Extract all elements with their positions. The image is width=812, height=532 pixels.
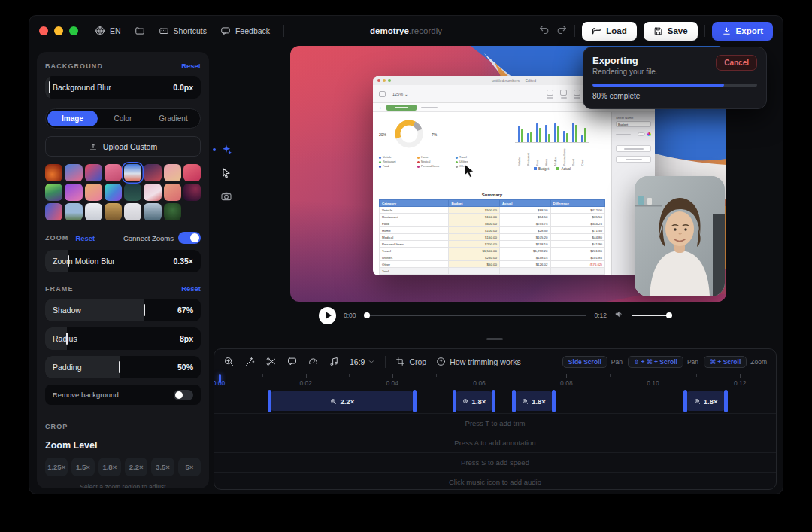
zoom-level-chip[interactable]: 5× xyxy=(178,458,201,476)
background-thumbnail[interactable] xyxy=(124,203,141,220)
zoom-reset-link[interactable]: Reset xyxy=(75,234,95,242)
region-handle-left[interactable] xyxy=(683,390,687,412)
region-handle-left[interactable] xyxy=(453,390,456,412)
background-thumbnail[interactable] xyxy=(105,203,122,220)
background-blur-slider[interactable]: Background Blur0.0px xyxy=(45,76,201,99)
timeline-track[interactable]: Press S to add speed xyxy=(214,452,776,472)
speed-button[interactable] xyxy=(308,356,319,367)
background-thumbnail[interactable] xyxy=(144,203,161,220)
background-thumbnail[interactable] xyxy=(164,203,181,220)
background-tab-image[interactable]: Image xyxy=(47,111,98,126)
upload-custom-button[interactable]: Upload Custom xyxy=(45,136,201,157)
zoom-level-chip[interactable]: 1.5× xyxy=(71,458,94,476)
background-thumbnail[interactable] xyxy=(105,164,122,181)
timeline-playhead[interactable] xyxy=(219,374,221,383)
maximize-window-button[interactable] xyxy=(69,26,78,35)
background-thumbnail[interactable] xyxy=(45,203,62,220)
background-tab-gradient[interactable]: Gradient xyxy=(148,111,198,126)
zoom-region[interactable]: 1.8× xyxy=(685,391,726,411)
volume-handle[interactable] xyxy=(666,312,672,318)
frame-radius-slider-label: Radius xyxy=(53,334,77,343)
timeline-track[interactable]: Click music icon to add audio xyxy=(214,472,776,490)
camera-tool-button[interactable] xyxy=(220,190,232,202)
region-handle-left[interactable] xyxy=(512,390,516,412)
cancel-export-button[interactable]: Cancel xyxy=(716,55,757,71)
summary-table-cell: $41.90 xyxy=(550,241,605,248)
zoom-region[interactable]: 1.8× xyxy=(454,391,494,411)
audio-button[interactable] xyxy=(329,356,340,367)
background-thumbnail[interactable] xyxy=(164,184,181,201)
frame-padding-slider-handle[interactable] xyxy=(119,361,120,373)
zoom-region[interactable]: 2.2× xyxy=(269,391,415,411)
zoom-region[interactable]: 1.8× xyxy=(514,391,554,411)
ai-effects-button[interactable] xyxy=(220,144,232,156)
shortcuts-button[interactable]: Shortcuts xyxy=(159,26,207,36)
zoom-level-chip[interactable]: 1.8× xyxy=(98,458,121,476)
zoom-level-chip[interactable]: 2.2× xyxy=(125,458,147,476)
timeline-zoom-button[interactable] xyxy=(223,356,235,367)
background-thumbnail[interactable] xyxy=(144,184,161,201)
load-button[interactable]: Load xyxy=(582,22,636,41)
zoom-level-chip[interactable]: 1.25× xyxy=(45,458,68,476)
background-thumbnail[interactable] xyxy=(45,184,62,201)
background-thumbnail[interactable] xyxy=(124,164,141,181)
zoom-motion-blur-slider[interactable]: Zoom Motion Blur0.35× xyxy=(45,250,201,272)
feedback-button[interactable]: Feedback xyxy=(220,26,270,36)
magic-trim-button[interactable] xyxy=(244,356,256,367)
background-blur-slider-value: 0.0px xyxy=(173,83,193,92)
play-button[interactable] xyxy=(319,307,336,324)
region-handle-right[interactable] xyxy=(413,390,417,412)
crop-button[interactable]: Crop xyxy=(395,357,426,366)
connect-zooms-toggle[interactable] xyxy=(178,232,201,244)
background-thumbnail[interactable] xyxy=(65,164,82,181)
background-thumbnail[interactable] xyxy=(65,203,82,220)
background-thumbnail[interactable] xyxy=(45,164,62,181)
export-button[interactable]: Export xyxy=(712,22,773,41)
frame-shadow-slider-handle[interactable] xyxy=(144,304,145,316)
background-thumbnail[interactable] xyxy=(105,184,122,201)
cursor-tool-button[interactable] xyxy=(220,167,232,179)
redo-button[interactable] xyxy=(556,24,568,38)
seek-bar[interactable] xyxy=(364,312,587,319)
undo-button[interactable] xyxy=(538,24,550,38)
panel-resize-handle[interactable] xyxy=(486,338,503,340)
summary-table-cell: $101.85 xyxy=(550,254,605,261)
zoom-level-chip[interactable]: 3.5× xyxy=(151,458,174,476)
cut-button[interactable] xyxy=(265,356,277,367)
aspect-ratio-dropdown[interactable]: 16:9 xyxy=(350,357,375,366)
background-reset-link[interactable]: Reset xyxy=(181,62,201,70)
close-window-button[interactable] xyxy=(39,26,48,35)
seek-handle[interactable] xyxy=(364,312,370,318)
region-handle-right[interactable] xyxy=(552,390,556,412)
background-thumbnail[interactable] xyxy=(144,164,161,181)
remove-background-toggle[interactable] xyxy=(174,390,193,400)
timeline-track[interactable]: Press A to add annotation xyxy=(214,433,776,452)
timeline-track[interactable]: Press T to add trim xyxy=(214,413,776,433)
background-blur-slider-handle[interactable] xyxy=(49,81,50,93)
mute-button[interactable] xyxy=(614,309,624,322)
projects-button[interactable] xyxy=(135,26,145,36)
background-thumbnail[interactable] xyxy=(65,184,82,201)
frame-padding-slider[interactable]: Padding50% xyxy=(45,356,201,378)
language-button[interactable]: EN xyxy=(95,26,121,36)
save-button[interactable]: Save xyxy=(644,22,698,41)
volume-slider[interactable] xyxy=(632,312,672,319)
speedometer-icon xyxy=(308,356,319,367)
background-thumbnail[interactable] xyxy=(85,203,102,220)
background-thumbnail[interactable] xyxy=(183,164,201,181)
region-handle-right[interactable] xyxy=(492,390,495,412)
frame-shadow-slider[interactable]: Shadow67% xyxy=(45,299,201,321)
background-thumbnail[interactable] xyxy=(183,184,201,201)
frame-reset-link[interactable]: Reset xyxy=(181,284,201,293)
region-handle-left[interactable] xyxy=(268,390,271,412)
minimize-window-button[interactable] xyxy=(54,26,63,35)
background-thumbnail[interactable] xyxy=(164,164,181,181)
background-thumbnail[interactable] xyxy=(85,164,102,181)
background-tab-color[interactable]: Color xyxy=(98,111,148,126)
background-thumbnail[interactable] xyxy=(85,184,102,201)
background-thumbnail[interactable] xyxy=(124,184,141,201)
annotation-button[interactable] xyxy=(286,356,298,367)
region-handle-right[interactable] xyxy=(724,390,728,412)
how-trimming-works-link[interactable]: How trimming works xyxy=(436,357,521,366)
frame-radius-slider[interactable]: Radius8px xyxy=(45,327,201,350)
